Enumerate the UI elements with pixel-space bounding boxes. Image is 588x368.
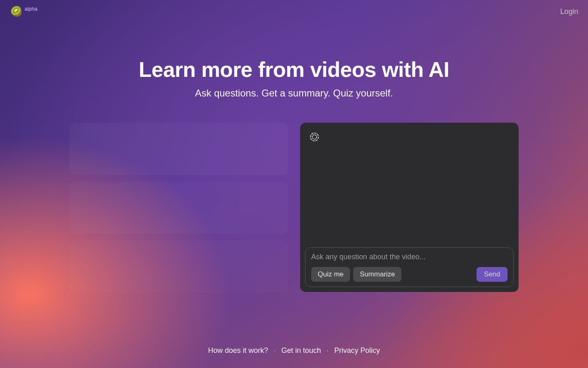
footer-link-contact[interactable]: Get in touch xyxy=(281,346,321,355)
brand-tag: alpha xyxy=(24,6,38,12)
hero-title: Learn more from videos with AI xyxy=(0,57,588,82)
video-list xyxy=(69,123,288,293)
footer-link-privacy[interactable]: Privacy Policy xyxy=(334,346,380,355)
separator-dot: · xyxy=(274,347,276,355)
loading-spinner-icon xyxy=(309,132,320,142)
skeleton-list xyxy=(69,123,288,293)
send-button[interactable]: Send xyxy=(477,267,508,282)
header: 🥝 alpha Login xyxy=(0,0,588,23)
login-link[interactable]: Login xyxy=(560,7,578,16)
video-card-skeleton xyxy=(69,240,288,293)
svg-point-0 xyxy=(310,133,318,141)
chat-composer: Quiz me Summarize Send xyxy=(305,247,514,287)
hero-subtitle: Ask questions. Get a summary. Quiz yours… xyxy=(0,88,588,99)
composer-actions: Quiz me Summarize Send xyxy=(311,267,508,282)
hero: Learn more from videos with AI Ask quest… xyxy=(0,57,588,99)
footer: How does it work? · Get in touch · Priva… xyxy=(0,346,588,355)
summarize-button[interactable]: Summarize xyxy=(353,267,401,282)
svg-point-1 xyxy=(312,135,317,139)
kiwi-icon: 🥝 xyxy=(10,5,23,18)
quiz-me-button[interactable]: Quiz me xyxy=(311,267,350,282)
chat-body xyxy=(300,123,519,247)
video-card-skeleton xyxy=(69,123,288,175)
video-card-skeleton xyxy=(69,182,288,234)
footer-link-how[interactable]: How does it work? xyxy=(208,346,268,355)
main-content: Quiz me Summarize Send xyxy=(69,123,519,293)
chat-panel: Quiz me Summarize Send xyxy=(300,123,519,292)
chat-input[interactable] xyxy=(311,253,508,261)
separator-dot: · xyxy=(327,347,328,355)
chat-column: Quiz me Summarize Send xyxy=(300,123,519,293)
brand-logo[interactable]: 🥝 alpha xyxy=(10,5,38,18)
